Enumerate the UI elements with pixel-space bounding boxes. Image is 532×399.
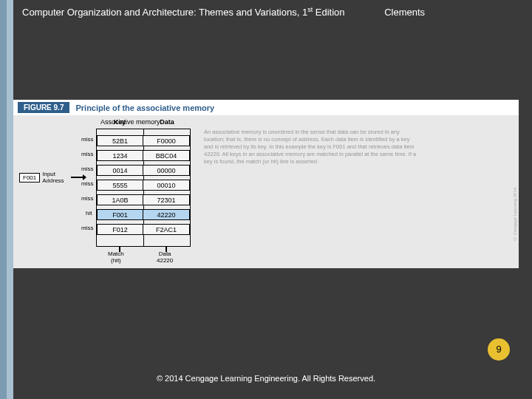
page-number-badge: 9 (488, 338, 510, 361)
figure-title: Principle of the associative memory (75, 103, 214, 112)
match-line2: (hit) (108, 257, 124, 264)
figure-caption-bar: FIGURE 9.7 Principle of the associative … (13, 100, 519, 115)
cell-data: 00000 (143, 166, 189, 175)
miss-label: miss (81, 166, 93, 172)
copyright-text: © 2014 Cengage Learning Engineering. All… (22, 374, 510, 383)
figure-label: FIGURE 9.7 (18, 102, 69, 113)
cell-data: F0000 (143, 136, 189, 146)
miss-label: miss (81, 195, 93, 202)
cell-data: 42220 (143, 210, 189, 219)
miss-label: miss (81, 225, 93, 231)
hit-label: hit (86, 210, 92, 216)
input-label-1: Input (42, 171, 64, 177)
figure-description: An associative memory is unordered in th… (204, 129, 418, 166)
input-arrow-icon (71, 177, 86, 178)
data-line2: 42220 (157, 257, 173, 264)
table-row-hit: F001 42220 (97, 209, 190, 220)
author: Clements (384, 7, 425, 18)
table-row: F012 F2AC1 (97, 224, 190, 235)
figure-container: FIGURE 9.7 Principle of the associative … (13, 100, 519, 268)
assoc-memory-box: 52B1 F0000 1234 BBC04 0014 00000 5555 00… (96, 129, 191, 247)
match-output-label: Match (hit) (108, 250, 124, 264)
cell-data: 00010 (143, 180, 189, 190)
input-block: F001 Input Address (19, 171, 64, 184)
miss-label: miss (81, 180, 93, 187)
data-line1: Data (157, 250, 173, 257)
cell-key: 52B1 (98, 136, 143, 146)
col-data-header: Data (143, 118, 191, 126)
slide-accent-bar-inner (7, 0, 13, 399)
cell-key: 5555 (98, 180, 143, 190)
table-row: 52B1 F0000 (97, 135, 190, 146)
table-row: 1A0B 72301 (97, 194, 190, 205)
figure-body: Associative memory Key Data 52B1 F0000 1… (13, 115, 519, 252)
table-row: 1234 BBC04 (97, 150, 190, 161)
cell-data: F2AC1 (143, 225, 189, 234)
figure-credit: © Cengage Learning 2014 (513, 123, 517, 241)
cell-key: F001 (98, 210, 143, 219)
book-title: Computer Organization and Architecture: … (22, 7, 347, 18)
table-row: 5555 00010 (97, 180, 190, 191)
miss-label: miss (81, 151, 93, 157)
input-label-2: Address (42, 177, 64, 184)
title-prefix: Computer Organization and Architecture: … (22, 7, 307, 18)
slide-accent-bar (0, 0, 13, 399)
input-value-box: F001 (19, 173, 40, 183)
title-suffix: Edition (313, 7, 344, 18)
match-line1: Match (108, 250, 124, 257)
input-address-label: Input Address (42, 171, 64, 184)
cell-key: F012 (98, 225, 143, 234)
column-headers: Key Data (96, 118, 191, 126)
cell-key: 1234 (98, 151, 143, 160)
cell-data: BBC04 (143, 151, 189, 160)
cell-key: 0014 (98, 166, 143, 175)
cell-key: 1A0B (98, 195, 143, 205)
miss-label: miss (81, 136, 93, 143)
cell-data: 72301 (143, 195, 189, 205)
col-key-header: Key (96, 118, 143, 126)
data-output-label: Data 42220 (157, 250, 173, 264)
slide-header: Computer Organization and Architecture: … (22, 6, 517, 18)
table-row: 0014 00000 (97, 165, 190, 176)
